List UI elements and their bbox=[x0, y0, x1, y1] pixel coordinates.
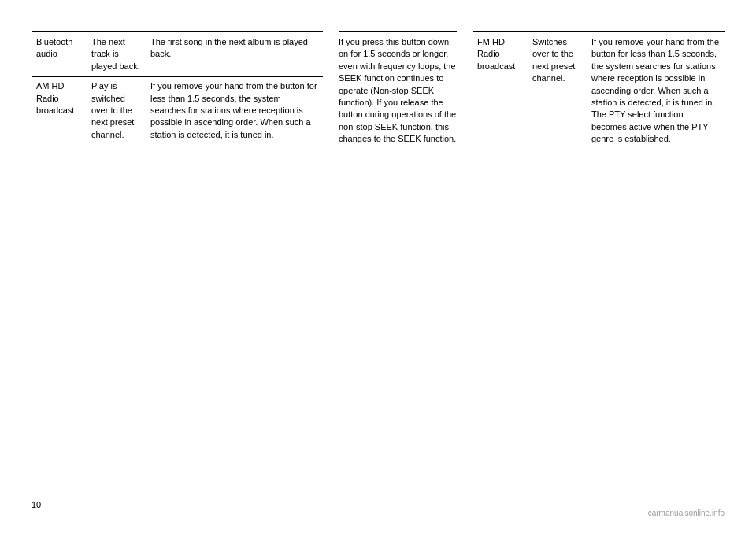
cell-label: AM HD Radio broadcast bbox=[32, 77, 87, 144]
cell-desc: If you remove your hand from the button … bbox=[146, 77, 323, 144]
page-number: 10 bbox=[32, 500, 41, 509]
cell-desc: If you remove your hand from the button … bbox=[587, 32, 724, 149]
page-container: Bluetooth audio The next track is played… bbox=[0, 0, 756, 533]
middle-text-wrapper: If you press this button down on for 1.5… bbox=[339, 31, 457, 146]
table-row: FM HD Radio broadcast Switches over to t… bbox=[472, 32, 724, 149]
right-table-section: FM HD Radio broadcast Switches over to t… bbox=[472, 31, 724, 150]
table-row: Bluetooth audio The next track is played… bbox=[32, 32, 323, 76]
main-content: Bluetooth audio The next track is played… bbox=[32, 31, 724, 150]
cell-action: Switches over to the next preset channel… bbox=[528, 32, 587, 149]
cell-action: The next track is played back. bbox=[87, 32, 146, 76]
middle-section: If you press this button down on for 1.5… bbox=[339, 31, 457, 150]
watermark: carmanualsonline.info bbox=[648, 509, 724, 517]
right-table: FM HD Radio broadcast Switches over to t… bbox=[472, 31, 724, 149]
table-row: AM HD Radio broadcast Play is switched o… bbox=[32, 77, 323, 144]
cell-action: Play is switched over to the next preset… bbox=[87, 77, 146, 144]
left-table-section: Bluetooth audio The next track is played… bbox=[32, 31, 323, 150]
left-table: Bluetooth audio The next track is played… bbox=[32, 31, 323, 144]
cell-label: Bluetooth audio bbox=[32, 32, 87, 76]
cell-label: FM HD Radio broadcast bbox=[472, 32, 528, 149]
cell-desc: The first song in the next album is play… bbox=[146, 32, 323, 76]
middle-text: If you press this button down on for 1.5… bbox=[339, 36, 457, 146]
middle-border-bottom bbox=[339, 150, 457, 150]
